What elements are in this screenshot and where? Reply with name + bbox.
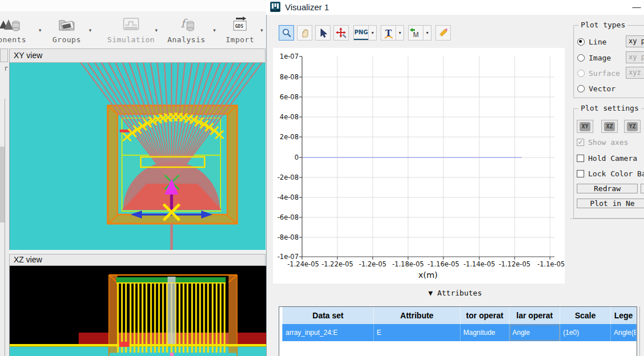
svg-text:-1.1e-05: -1.1e-05: [537, 260, 565, 268]
xy-param-button-disabled: xy p: [626, 51, 644, 63]
radio-vector-icon: [577, 85, 585, 92]
magnifier-icon: [282, 28, 292, 38]
table-row[interactable]: array_input_24:E E Magnitude Angle (1e0)…: [279, 324, 637, 341]
svg-text:-1.16e-05: -1.16e-05: [427, 260, 459, 268]
zoom-tool-button[interactable]: [279, 25, 294, 41]
radio-surface-icon: [577, 70, 585, 77]
cell-legend[interactable]: Angle(E: [611, 324, 637, 341]
export-image-button[interactable]: PNG ▾: [353, 25, 377, 41]
select-tool-button[interactable]: [315, 25, 331, 41]
simulation-icon: [121, 16, 141, 33]
cell-vector-operation[interactable]: Magnitude: [460, 324, 510, 341]
svg-text:8e-08: 8e-08: [280, 73, 299, 81]
components-dropdown-icon[interactable]: ▾: [39, 27, 42, 33]
col-legend[interactable]: Lege: [611, 307, 637, 324]
pan-tool-button[interactable]: [297, 25, 312, 41]
xz-view-titlebar[interactable]: XZ view: [9, 254, 266, 266]
pencil-icon: [438, 27, 449, 38]
col-scale[interactable]: Scale: [560, 307, 611, 324]
png-icon: PNG: [354, 26, 368, 40]
import-gds-icon: GDS: [231, 16, 248, 33]
text-tool-button[interactable]: T ▾: [381, 25, 404, 41]
lock-colorbar-checkbox[interactable]: Lock Color Ba: [577, 169, 644, 178]
svg-text:1e-07: 1e-07: [280, 52, 299, 60]
col-data-set[interactable]: Data set: [283, 307, 374, 324]
separator: [570, 219, 644, 219]
show-axes-checkbox: ✓ Show axes: [577, 138, 628, 147]
view-xz-button[interactable]: XZ: [601, 120, 618, 133]
import-dropdown-icon[interactable]: ▾: [260, 27, 263, 33]
radio-line[interactable]: Line: [577, 38, 606, 46]
checkbox-empty-icon: [577, 155, 584, 162]
edit-tool-button[interactable]: [435, 25, 451, 41]
move-zoom-icon: [336, 27, 347, 39]
svg-text:4e-08: 4e-08: [280, 113, 299, 121]
toolbar-item-analysis[interactable]: f Analysis: [166, 16, 206, 44]
simulation-dropdown-icon[interactable]: ▾: [155, 27, 158, 33]
application-window: ponents ▾ Groups ▾: [0, 0, 644, 356]
minimize-button[interactable]: —: [630, 1, 643, 13]
svg-text:-1.22e-05: -1.22e-05: [321, 260, 353, 268]
svg-text:-1.14e-05: -1.14e-05: [463, 260, 495, 268]
xy-view-title: XY view: [14, 51, 42, 60]
view-yz-button[interactable]: YZ: [624, 120, 641, 133]
radio-vector[interactable]: Vector: [577, 84, 616, 93]
matrix-dropdown-icon[interactable]: ▾: [423, 26, 431, 40]
toolbar-item-components[interactable]: ponents: [0, 16, 30, 44]
col-scalar-operation[interactable]: lar operat: [510, 307, 560, 324]
table-empty-area: [279, 341, 637, 356]
svg-text:-1.12e-05: -1.12e-05: [499, 260, 531, 268]
attributes-table[interactable]: Data set Attribute tor operat lar operat…: [279, 306, 637, 342]
left-panel-edge: r: [0, 48, 9, 356]
col-vector-operation[interactable]: tor operat: [460, 307, 510, 324]
hold-camera-checkbox[interactable]: Hold Camera: [577, 154, 637, 163]
cursor-icon: [318, 28, 328, 38]
attributes-header[interactable]: ▼ Attributes: [273, 289, 637, 297]
groups-icon: [56, 16, 77, 33]
clipped-button[interactable]: [641, 184, 644, 193]
svg-text:-4e-08: -4e-08: [278, 193, 299, 201]
xz-view-title: XZ view: [14, 255, 42, 264]
svg-text:-1.24e-05: -1.24e-05: [287, 260, 319, 268]
main-toolbar: ponents ▾ Groups ▾: [0, 11, 266, 48]
gds-badge: GDS: [235, 24, 244, 29]
xyz-param-button-disabled: xyz: [626, 67, 644, 79]
xy-scene: [10, 63, 266, 250]
png-dropdown-icon[interactable]: ▾: [368, 26, 376, 40]
svg-text:-1.18e-05: -1.18e-05: [392, 260, 424, 268]
plot-in-new-button[interactable]: Plot in Ne: [577, 199, 644, 208]
toolbar-item-label: Groups: [47, 35, 87, 44]
x-tick-labels: -1.24e-05 -1.22e-05 -1.2e-05 -1.18e-05 -…: [287, 260, 565, 268]
redraw-button[interactable]: Redraw: [577, 184, 638, 193]
line-plot: 1e-07 8e-08 6e-08 4e-08 2e-08 0 -2e-08 -…: [273, 48, 565, 284]
xy-view-canvas[interactable]: [9, 63, 266, 250]
text-dropdown-icon[interactable]: ▾: [396, 26, 403, 40]
svg-text:-1e-07: -1e-07: [278, 253, 299, 261]
col-attribute[interactable]: Attribute: [374, 307, 460, 324]
cell-scalar-operation[interactable]: Angle: [510, 324, 560, 341]
matrix-tool-icon: M: [409, 26, 423, 40]
view-xy-button[interactable]: XY: [577, 120, 593, 133]
cell-data-set[interactable]: array_input_24:E: [283, 324, 374, 341]
right-panel-edge: [639, 306, 640, 356]
xy-view-titlebar[interactable]: XY view: [9, 48, 266, 63]
matrix-tool-button[interactable]: M ▾: [408, 25, 431, 41]
region-side-right: [229, 275, 237, 347]
scrollbar-thumb[interactable]: [0, 147, 5, 222]
clipped-label: r: [4, 64, 8, 72]
toolbar-item-simulation[interactable]: Simulation: [105, 16, 157, 44]
toolbar-item-label: Analysis: [166, 35, 206, 44]
cell-attribute[interactable]: E: [374, 324, 460, 341]
groups-dropdown-icon[interactable]: ▾: [89, 27, 92, 33]
toolbar-item-groups[interactable]: Groups: [47, 16, 87, 44]
analysis-dropdown-icon[interactable]: ▾: [213, 27, 216, 33]
cell-scale[interactable]: (1e0): [560, 324, 611, 341]
xy-param-button[interactable]: xy p: [626, 35, 644, 47]
plot-canvas[interactable]: 1e-07 8e-08 6e-08 4e-08 2e-08 0 -2e-08 -…: [273, 48, 565, 284]
yellow-interface-line: [10, 344, 266, 347]
xz-view-canvas[interactable]: [9, 266, 266, 356]
toolbar-item-import[interactable]: GDS Import: [220, 16, 260, 44]
radio-image[interactable]: Image: [577, 54, 611, 62]
region-side-left: [109, 275, 117, 347]
zoom-extents-button[interactable]: [333, 25, 349, 41]
